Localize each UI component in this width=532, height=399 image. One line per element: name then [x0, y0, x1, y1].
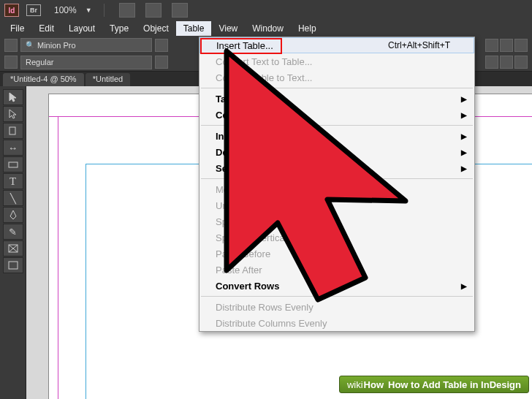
bridge-icon[interactable]: Br	[26, 4, 41, 16]
wikihow-wiki-text: wiki	[347, 379, 363, 390]
menu-item-split-cell-vertically: Split Cell Vertically	[200, 229, 474, 246]
menu-item-label: Delete	[216, 147, 244, 158]
menu-item-split-cell-horizontally: Split Cell Horizontally	[200, 213, 474, 229]
superscript-icon[interactable]	[500, 39, 513, 52]
document-tab[interactable]: *Untitled	[86, 73, 131, 86]
all-caps-icon[interactable]	[485, 39, 498, 52]
svg-rect-1	[9, 162, 18, 167]
menu-item-label: Cell Options	[216, 110, 272, 121]
rectangle-frame-tool-icon[interactable]	[3, 240, 23, 256]
menu-item-label: Paste Before	[216, 248, 270, 259]
menu-item-convert-rows[interactable]: Convert Rows▶	[200, 278, 474, 294]
menu-item-label: Convert Table to Text...	[216, 72, 312, 83]
line-tool-icon[interactable]: ╲	[3, 190, 23, 206]
menu-item-paste-before: Paste Before	[200, 246, 474, 262]
svg-rect-0	[10, 127, 15, 134]
wikihow-how-text: How	[364, 379, 384, 390]
underline-icon[interactable]	[514, 39, 528, 52]
font-style-value: Regular	[26, 58, 54, 66]
font-family-select[interactable]: 🔍 Minion Pro	[20, 38, 152, 52]
gap-tool-icon[interactable]: ↔	[3, 140, 23, 156]
menu-file[interactable]: File	[3, 21, 31, 36]
menu-item-label: Split Cell Horizontally	[216, 216, 305, 227]
menu-item-label: Convert Text to Table...	[216, 56, 312, 67]
content-collector-tool-icon[interactable]	[3, 156, 23, 172]
menu-shortcut: Ctrl+Alt+Shift+T	[388, 40, 450, 50]
margin-guide	[58, 116, 58, 399]
document-tab[interactable]: *Untitled-4 @ 50%	[3, 73, 84, 86]
font-family-value: Minion Pro	[37, 41, 76, 50]
menu-item-insert[interactable]: Insert▶	[200, 128, 474, 144]
menu-item-unmerge-cells: Unmerge Cells	[200, 197, 474, 213]
menu-separator	[201, 125, 473, 126]
screen-mode-icon[interactable]	[145, 3, 162, 18]
menu-window[interactable]: Window	[245, 21, 291, 36]
menu-table[interactable]: Table	[176, 21, 212, 36]
title-bar: Id Br 100% ▼	[0, 0, 532, 20]
menu-item-label: Paste After	[216, 265, 262, 276]
separator	[104, 4, 104, 17]
page-tool-icon[interactable]	[3, 123, 23, 139]
type-tool-icon[interactable]: T	[3, 173, 23, 189]
menu-edit[interactable]: Edit	[31, 21, 61, 36]
tool-panel: ↔ T ╲ ✎	[0, 86, 26, 399]
menu-item-label: Unmerge Cells	[216, 200, 278, 211]
small-caps-icon[interactable]	[485, 56, 498, 69]
submenu-arrow-icon: ▶	[461, 282, 467, 290]
highlight-box	[200, 38, 282, 54]
table-menu-dropdown: Insert Table...Ctrl+Alt+Shift+TConvert T…	[199, 37, 475, 332]
menu-item-label: Merge Cells	[216, 184, 266, 195]
menu-separator	[201, 88, 473, 88]
paragraph-format-icon[interactable]	[4, 56, 18, 69]
menu-item-convert-text-to-table: Convert Text to Table...	[200, 53, 474, 69]
menu-item-convert-table-to-text: Convert Table to Text...	[200, 69, 474, 86]
view-options-icon[interactable]	[119, 3, 135, 18]
chevron-down-icon[interactable]: ▼	[86, 7, 92, 14]
selection-tool-icon[interactable]	[3, 89, 23, 105]
menu-item-paste-after: Paste After	[200, 262, 474, 278]
menu-item-cell-options[interactable]: Cell Options▶	[200, 107, 474, 123]
submenu-arrow-icon: ▶	[461, 148, 467, 156]
menu-item-select[interactable]: Select▶	[200, 160, 474, 176]
menu-item-insert-table[interactable]: Insert Table...Ctrl+Alt+Shift+T	[200, 37, 474, 53]
svg-rect-5	[9, 262, 18, 269]
wikihow-title: How to Add Table in InDesign	[388, 379, 521, 390]
menu-type[interactable]: Type	[102, 21, 136, 36]
submenu-arrow-icon: ▶	[461, 164, 467, 172]
menu-separator	[201, 296, 473, 297]
menu-item-distribute-rows-evenly: Distribute Rows Evenly	[200, 299, 474, 315]
menu-object[interactable]: Object	[136, 21, 176, 36]
pencil-tool-icon[interactable]: ✎	[3, 224, 23, 240]
character-format-icon[interactable]	[4, 39, 18, 52]
zoom-level[interactable]: 100%	[54, 5, 77, 15]
arrange-icon[interactable]	[172, 3, 188, 18]
menu-item-label: Distribute Columns Evenly	[216, 318, 327, 329]
submenu-arrow-icon: ▶	[461, 132, 467, 140]
strikethrough-icon[interactable]	[514, 56, 528, 69]
menu-view[interactable]: View	[211, 21, 245, 36]
subscript-icon[interactable]	[500, 56, 513, 69]
font-size-icon[interactable]	[155, 39, 168, 52]
direct-selection-tool-icon[interactable]	[3, 106, 23, 122]
menu-item-label: Split Cell Vertically	[216, 232, 294, 243]
menu-item-label: Distribute Rows Evenly	[216, 302, 314, 313]
menu-item-label: Select	[216, 163, 243, 174]
app-logo-icon: Id	[4, 4, 19, 17]
leading-icon[interactable]	[155, 56, 168, 69]
menu-separator	[201, 178, 473, 179]
menu-bar: FileEditLayoutTypeObjectTableViewWindowH…	[0, 20, 532, 37]
menu-item-table-options[interactable]: Table Options▶	[200, 91, 474, 107]
menu-item-label: Insert	[216, 131, 241, 142]
menu-help[interactable]: Help	[291, 21, 324, 36]
submenu-arrow-icon: ▶	[461, 111, 467, 119]
menu-item-delete[interactable]: Delete▶	[200, 144, 474, 160]
font-style-select[interactable]: Regular	[20, 56, 152, 69]
rectangle-tool-icon[interactable]	[3, 257, 23, 273]
column-guide	[86, 164, 86, 399]
menu-item-distribute-columns-evenly: Distribute Columns Evenly	[200, 315, 474, 331]
pen-tool-icon[interactable]	[3, 207, 23, 223]
menu-layout[interactable]: Layout	[61, 21, 102, 36]
menu-item-merge-cells: Merge Cells	[200, 181, 474, 197]
submenu-arrow-icon: ▶	[461, 95, 467, 103]
wikihow-badge: wikiHow How to Add Table in InDesign	[339, 376, 529, 393]
